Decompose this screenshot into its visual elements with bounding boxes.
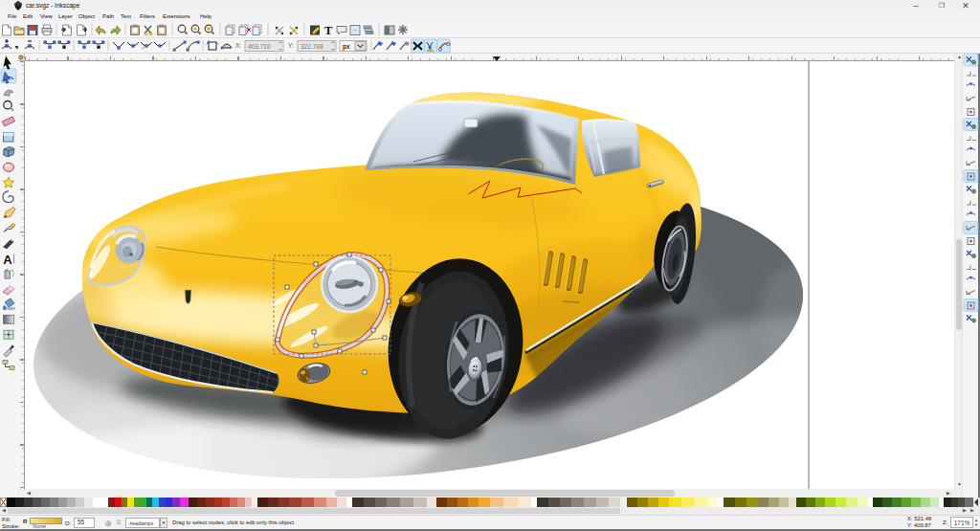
svg-text:px: px: [343, 43, 350, 51]
svg-text:403.710: 403.710: [248, 43, 271, 50]
svg-text:322.748: 322.748: [301, 43, 323, 50]
svg-text:T: T: [324, 23, 333, 37]
svg-text:A: A: [3, 253, 12, 267]
svg-text:Y:: Y:: [288, 42, 294, 49]
svg-text:X:: X:: [235, 42, 241, 49]
svg-text:··: ··: [353, 27, 358, 33]
